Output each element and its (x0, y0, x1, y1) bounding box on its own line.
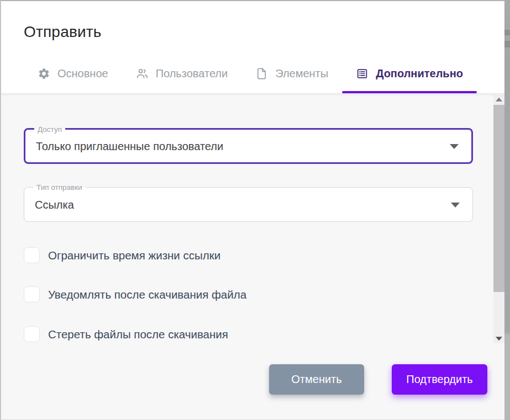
access-select[interactable]: Доступ Только приглашенные пользователи (24, 128, 473, 164)
notify-after-download-row[interactable]: Уведомлять после скачивания файла (24, 286, 246, 302)
send-type-select-label: Тип отправки (33, 182, 86, 193)
erase-files-after-download-label: Стереть файлы после скачивания (48, 328, 228, 341)
tab-users-label: Пользователи (156, 67, 228, 80)
limit-link-lifetime-row[interactable]: Ограничить время жизни ссылки (24, 247, 220, 263)
background-artifact (504, 41, 510, 47)
chevron-down-icon (451, 203, 460, 208)
erase-files-after-download-row[interactable]: Стереть файлы после скачивания (24, 326, 228, 342)
tab-items-label: Элементы (275, 67, 328, 80)
send-type-select[interactable]: Тип отправки Ссылка (24, 187, 473, 222)
send-dialog: Отправить Основное Пользователи (0, 0, 504, 420)
tab-main-label: Основное (57, 67, 108, 80)
tab-advanced[interactable]: Дополнительно (342, 54, 477, 93)
limit-link-lifetime-label: Ограничить время жизни ссылки (48, 249, 220, 262)
erase-files-after-download-checkbox[interactable] (24, 326, 40, 342)
gear-icon (38, 67, 50, 80)
scroll-down-button[interactable] (493, 333, 504, 343)
notify-after-download-label: Уведомлять после скачивания файла (48, 288, 246, 301)
send-type-select-value: Ссылка (35, 198, 74, 211)
tab-main[interactable]: Основное (24, 54, 122, 93)
tab-users[interactable]: Пользователи (122, 54, 242, 93)
list-alt-icon (356, 67, 369, 80)
tab-bar: Основное Пользователи (24, 54, 477, 93)
limit-link-lifetime-checkbox[interactable] (24, 247, 40, 263)
dialog-header: Отправить Основное Пользователи (1, 1, 504, 94)
confirm-button[interactable]: Подтвердить (392, 364, 487, 395)
tab-advanced-label: Дополнительно (376, 67, 463, 80)
background-artifact (504, 30, 510, 35)
notify-after-download-checkbox[interactable] (24, 286, 40, 302)
cancel-button[interactable]: Отменить (269, 364, 364, 395)
content-scrollbar[interactable] (493, 95, 504, 343)
tab-items[interactable]: Элементы (241, 54, 342, 93)
scroll-up-button[interactable] (493, 95, 504, 105)
access-select-label: Доступ (34, 124, 65, 135)
chevron-down-icon (450, 144, 459, 149)
scrollbar-thumb[interactable] (493, 105, 504, 292)
access-select-value: Только приглашенные пользователи (36, 140, 223, 152)
send-dialog-screen: Отправить Основное Пользователи (0, 0, 510, 420)
file-icon (255, 67, 268, 80)
background-page-edge (504, 0, 510, 420)
dialog-title: Отправить (24, 23, 102, 41)
users-icon (136, 67, 149, 80)
